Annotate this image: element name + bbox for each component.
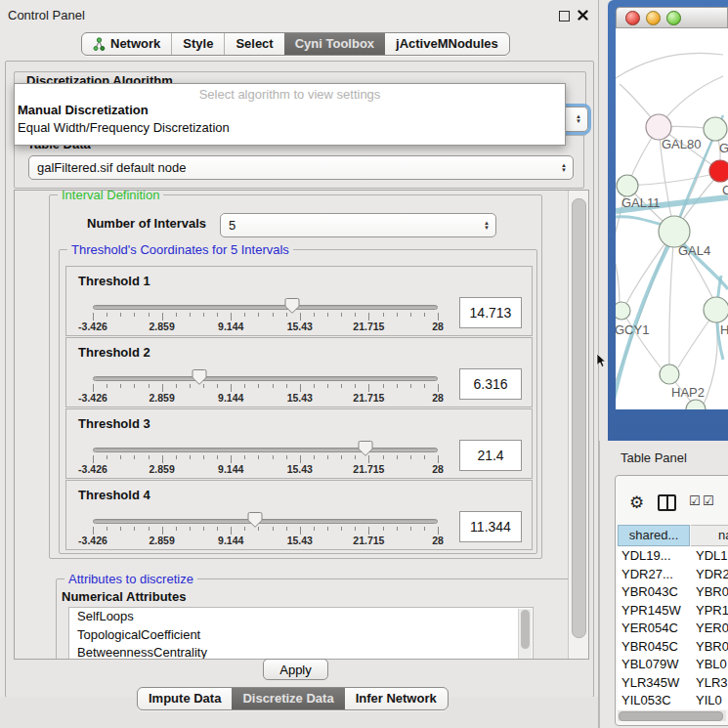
table-data-combo[interactable]: galFiltered.sif default node ▲▼ xyxy=(28,155,574,180)
cell-name: YPR1 xyxy=(696,603,728,618)
list-item[interactable]: TopologicalCoefficient xyxy=(69,626,533,645)
minimize-traffic-light-icon[interactable] xyxy=(646,11,661,25)
tick-mark xyxy=(314,313,315,317)
network-node-gal11[interactable] xyxy=(617,175,638,196)
tick-mark xyxy=(327,527,328,531)
algorithm-option-manual-discretization[interactable]: Manual Discretization xyxy=(18,103,149,117)
slider-track[interactable] xyxy=(93,448,438,452)
list-scrollbar[interactable] xyxy=(518,609,532,660)
table-hscrollbar[interactable] xyxy=(618,710,726,721)
tick-mark xyxy=(355,455,356,459)
threshold-value-field[interactable]: 14.713 xyxy=(459,297,522,328)
column-header-shared-name[interactable]: shared... xyxy=(618,525,690,546)
slider-track[interactable] xyxy=(93,376,438,381)
network-node-node-bottom[interactable] xyxy=(686,400,706,409)
tick-mark xyxy=(410,455,411,459)
threshold-row: Threshold 1-3.4262.8599.14415.4321.71528… xyxy=(65,266,533,336)
tab-jactivemnodules[interactable]: jActiveMNodules xyxy=(385,33,509,55)
network-node-red-node[interactable] xyxy=(709,160,728,182)
slider-thumb[interactable] xyxy=(284,297,300,315)
interval-definition-group: Interval Definition Number of Intervals … xyxy=(49,194,542,559)
tick-mark xyxy=(314,455,315,459)
network-node-hap2[interactable] xyxy=(660,364,679,384)
checkbox-icon[interactable]: ☑ xyxy=(689,493,701,508)
tab-label: Infer Network xyxy=(356,688,437,709)
apply-button[interactable]: Apply xyxy=(263,659,328,680)
threshold-label: Threshold 2 xyxy=(78,345,150,360)
checkbox-icon[interactable]: ☑ xyxy=(703,493,714,508)
threshold-value-field[interactable]: 21.4 xyxy=(459,440,522,471)
tab-cyni-toolbox[interactable]: Cyni Toolbox xyxy=(284,33,385,55)
table-row[interactable]: YDR27...YDR2 xyxy=(618,566,728,584)
table-row[interactable]: YLR345WYLR3 xyxy=(618,674,728,693)
network-node-node-partial-h[interactable] xyxy=(704,297,728,322)
tick-label: 9.144 xyxy=(218,535,243,546)
tick-mark xyxy=(162,455,163,463)
tick-mark xyxy=(341,313,342,317)
table-row[interactable]: YPR145WYPR1 xyxy=(618,602,728,621)
tick-mark xyxy=(244,455,245,459)
column-header-name[interactable]: name xyxy=(691,525,728,546)
table-row[interactable]: YBR045CYBR0 xyxy=(618,638,728,657)
tick-mark xyxy=(300,384,301,392)
table-row[interactable]: YER054CYER0 xyxy=(618,620,728,638)
popup-hint: Select algorithm to view settings xyxy=(15,87,565,102)
slider-thumb[interactable] xyxy=(247,511,263,529)
numerical-attributes-list[interactable]: SelfLoopsTopologicalCoefficientBetweenne… xyxy=(68,607,534,660)
tab-discretize-data[interactable]: Discretize Data xyxy=(232,688,344,709)
tick-label: 2.859 xyxy=(149,463,174,475)
tick-mark xyxy=(424,455,425,459)
tick-mark xyxy=(397,313,398,317)
tab-impute-data[interactable]: Impute Data xyxy=(138,688,232,709)
cyni-toolbox-panel: Discretization Algorithm ▲▼ Select algor… xyxy=(5,61,594,698)
tick-mark xyxy=(327,455,328,459)
tick-mark xyxy=(355,527,356,531)
network-edge xyxy=(678,319,710,367)
tick-mark xyxy=(93,384,94,392)
threshold-row: Threshold 2-3.4262.8599.14415.4321.71528… xyxy=(65,337,533,407)
tick-mark xyxy=(410,313,411,317)
tab-style[interactable]: Style xyxy=(171,33,224,55)
tick-mark xyxy=(134,313,135,317)
tick-mark xyxy=(149,384,150,388)
panel-scrollbar[interactable] xyxy=(568,191,588,659)
tick-mark xyxy=(341,455,342,459)
split-view-icon[interactable] xyxy=(658,494,676,511)
gear-icon[interactable]: ⚙ xyxy=(629,492,644,513)
network-canvas[interactable]: GAL80GCGAL11GAL4GCY1HHAP2 xyxy=(616,28,728,409)
float-icon[interactable] xyxy=(559,11,570,21)
slider-track[interactable] xyxy=(93,305,438,310)
tick-mark xyxy=(258,384,259,388)
list-item[interactable]: BetweennessCentrality xyxy=(69,644,533,660)
tick-mark xyxy=(203,455,204,459)
threshold-value-field[interactable]: 11.344 xyxy=(459,511,522,542)
cell-name: YBL0 xyxy=(696,657,728,671)
table-row[interactable]: YIL053CYIL0 xyxy=(618,692,728,709)
zoom-traffic-light-icon[interactable] xyxy=(666,11,681,25)
close-icon[interactable] xyxy=(578,10,588,21)
node-table[interactable]: YDL19...YDL1YDR27...YDR2YBR043CYBR0YPR14… xyxy=(618,547,728,709)
cell-shared-name: YPR145W xyxy=(621,603,690,618)
network-node-node-partial-g[interactable] xyxy=(704,117,727,141)
tab-infer-network[interactable]: Infer Network xyxy=(345,688,448,709)
screen: Control Panel NetworkStyleSelectCyni Too… xyxy=(0,0,728,728)
threshold-value-field[interactable]: 6.316 xyxy=(459,368,522,400)
slider-thumb[interactable] xyxy=(192,368,207,386)
tick-mark xyxy=(107,384,107,388)
tick-mark xyxy=(134,455,135,459)
table-row[interactable]: YBL079WYBL0 xyxy=(618,656,728,674)
tick-label: 21.715 xyxy=(353,392,384,404)
table-row[interactable]: YBR043CYBR0 xyxy=(618,583,728,602)
close-traffic-light-icon[interactable] xyxy=(625,11,640,25)
threshold-label: Threshold 3 xyxy=(78,416,150,431)
algorithm-option-equal-width-frequency-discretization[interactable]: Equal Width/Frequency Discretization xyxy=(18,120,230,135)
num-intervals-combo[interactable]: 5 ▲▼ xyxy=(220,213,496,237)
tab-network[interactable]: Network xyxy=(82,33,171,55)
slider-track[interactable] xyxy=(93,519,438,524)
network-node-gcy1[interactable] xyxy=(616,302,630,320)
list-item[interactable]: SelfLoops xyxy=(69,608,533,626)
tab-select[interactable]: Select xyxy=(224,33,283,55)
threshold-label: Threshold 4 xyxy=(78,488,150,502)
table-row[interactable]: YDL19...YDL1 xyxy=(618,547,728,566)
slider-thumb[interactable] xyxy=(358,440,373,457)
